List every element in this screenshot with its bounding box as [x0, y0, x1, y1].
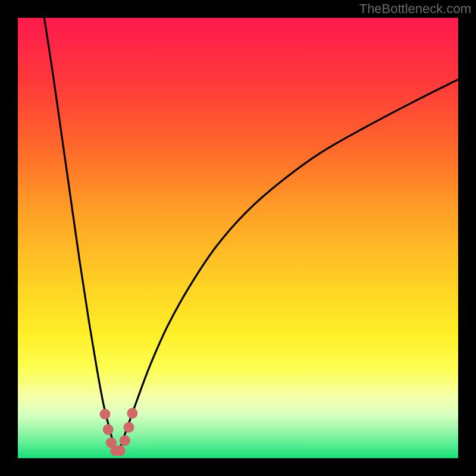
right-branch-path [119, 80, 458, 452]
cusp-dots [100, 408, 138, 456]
cusp-dot [100, 409, 111, 419]
chart-frame: TheBottleneck.com [0, 0, 476, 476]
cusp-dot [115, 445, 126, 456]
cusp-dot [103, 424, 114, 435]
cusp-dot [127, 408, 137, 419]
curves-layer [18, 18, 458, 458]
watermark-text: TheBottleneck.com [359, 1, 471, 17]
cusp-dot [120, 435, 130, 446]
left-branch-path [44, 18, 115, 452]
cusp-dot [123, 422, 134, 433]
